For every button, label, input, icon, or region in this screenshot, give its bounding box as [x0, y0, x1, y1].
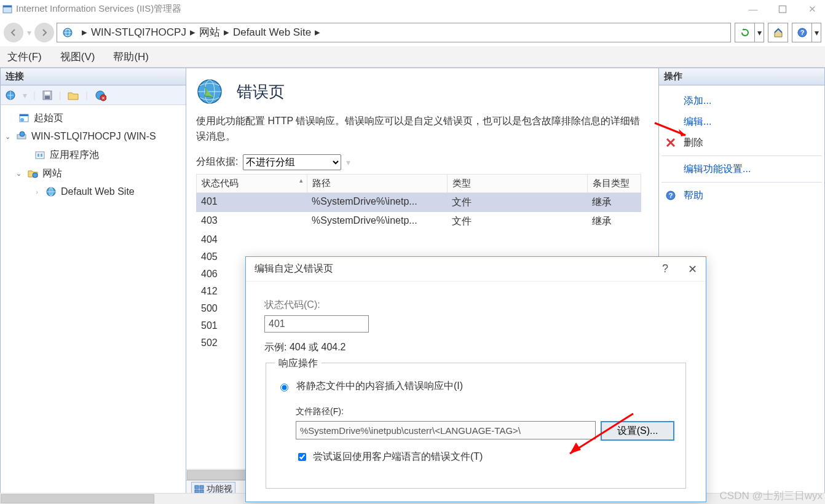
radio-static-file[interactable]: 将静态文件中的内容插入错误响应中(I) [277, 380, 674, 393]
globe-icon [45, 186, 57, 197]
svg-rect-33 [200, 490, 203, 493]
server-icon [15, 131, 28, 142]
status-code-input [264, 315, 369, 333]
settings-button[interactable]: 设置(S)... [601, 421, 674, 441]
window-title: Internet Information Services (IIS)管理器 [16, 3, 181, 15]
th-type[interactable]: 类型 [447, 174, 587, 193]
breadcrumb-item[interactable]: Default Web Site [233, 26, 311, 39]
nav-forward-button[interactable] [34, 23, 54, 42]
home-button[interactable] [768, 23, 788, 42]
connect-icon[interactable] [4, 89, 17, 101]
globe-icon [62, 27, 73, 38]
dialog-title: 编辑自定义错误页 [255, 262, 333, 275]
action-help[interactable]: ? 帮助 [661, 185, 822, 206]
breadcrumb-item[interactable]: WIN-STLQI7HOCPJ [91, 26, 186, 39]
titlebar: Internet Information Services (IIS)管理器 —… [0, 0, 825, 18]
tree-sites[interactable]: ⌄ 网站 [3, 164, 183, 183]
menu-bar: 文件(F) 视图(V) 帮助(H) [0, 46, 825, 68]
client-language-checkbox[interactable] [298, 453, 306, 461]
svg-point-24 [33, 173, 38, 178]
help-dropdown[interactable]: ▾ [812, 23, 821, 42]
radio-static-label: 将静态文件中的内容插入错误响应中(I) [296, 380, 463, 393]
svg-rect-11 [45, 92, 50, 95]
svg-rect-2 [780, 6, 786, 12]
filepath-label: 文件路径(F): [296, 406, 674, 417]
nav-back-dropdown[interactable]: ▾ [25, 28, 33, 37]
dialog-titlebar[interactable]: 编辑自定义错误页 ? ✕ [246, 257, 706, 282]
status-code-example: 示例: 404 或 404.2 [264, 341, 687, 354]
minimize-button[interactable]: — [746, 2, 760, 16]
refresh-dropdown[interactable]: ▾ [755, 23, 764, 42]
tree-label: Default Web Site [61, 186, 135, 197]
menu-view[interactable]: 视图(V) [60, 50, 95, 64]
svg-rect-17 [20, 114, 28, 116]
grouping-row: 分组依据: 不进行分组 ▾ [196, 154, 649, 170]
action-delete[interactable]: 删除 [661, 132, 822, 153]
tree-label: WIN-STLQI7HOCPJ (WIN-S [31, 131, 156, 142]
action-edit[interactable]: 编辑... [661, 111, 822, 132]
table-row[interactable]: 403 %SystemDrive%\inetp... 文件 继承 [196, 212, 642, 231]
breadcrumb-bar[interactable]: ▸ WIN-STLQI7HOCPJ ▸ 网站 ▸ Default Web Sit… [57, 23, 731, 42]
dialog-help-button[interactable]: ? [662, 262, 668, 276]
svg-rect-32 [195, 490, 199, 493]
tree-twisty-icon[interactable]: ⌄ [3, 133, 12, 141]
dialog-close-button[interactable]: ✕ [688, 262, 697, 276]
stop-icon[interactable]: ✕ [94, 89, 106, 101]
svg-rect-21 [36, 152, 44, 159]
response-fieldset: 响应操作 将静态文件中的内容插入错误响应中(I) 文件路径(F): 设置(S).… [266, 363, 686, 489]
actions-header: 操作 [659, 68, 824, 85]
action-feature-settings[interactable]: 编辑功能设置... [661, 159, 822, 179]
tree-twisty-icon[interactable]: ⌄ [14, 170, 23, 178]
th-path[interactable]: 路径 [307, 174, 447, 193]
svg-rect-12 [45, 96, 50, 99]
connections-toolbar: ▾ | | | ✕ [1, 85, 186, 105]
help-icon: ? [664, 190, 677, 201]
table-row[interactable]: 404 [196, 231, 642, 248]
maximize-button[interactable] [776, 2, 789, 16]
svg-text:?: ? [800, 29, 804, 36]
connections-tree[interactable]: 起始页 ⌄ WIN-STLQI7HOCPJ (WIN-S 应用程序池 ⌄ 网站 … [1, 105, 186, 205]
feature-description: 使用此功能配置 HTTP 错误响应。错误响应可以是自定义错误页，也可以是包含故障… [196, 114, 649, 144]
th-entry[interactable]: 条目类型 [587, 174, 641, 193]
save-icon[interactable] [42, 90, 53, 101]
connections-pane: 连接 ▾ | | | ✕ 起始页 ⌄ WIN-STLQI7HOCPJ (WIN-… [0, 68, 186, 498]
th-status[interactable]: 状态代码▴ [196, 174, 307, 193]
tree-default-site[interactable]: › Default Web Site [3, 183, 183, 201]
menu-help[interactable]: 帮助(H) [113, 50, 149, 64]
table-row[interactable]: 401 %SystemDrive%\inetp... 文件 继承 [196, 193, 642, 212]
watermark: CSDN @士别三日wyx [720, 489, 823, 503]
help-button[interactable]: ? [792, 23, 812, 42]
tree-label: 网站 [42, 167, 62, 180]
nav-back-button[interactable] [4, 23, 23, 42]
svg-rect-31 [200, 486, 203, 489]
tree-apppools[interactable]: 应用程序池 [3, 146, 183, 164]
breadcrumb-item[interactable]: 网站 [199, 25, 220, 39]
tree-label: 起始页 [34, 112, 63, 125]
client-language-checkbox-row[interactable]: 尝试返回使用客户端语言的错误文件(T) [296, 451, 674, 463]
connections-header: 连接 [1, 68, 186, 85]
feature-icon [196, 78, 223, 105]
svg-point-20 [20, 132, 25, 136]
menu-file[interactable]: 文件(F) [7, 50, 42, 64]
tree-start-page[interactable]: 起始页 [3, 109, 183, 127]
svg-rect-1 [3, 6, 12, 7]
action-add[interactable]: 添加... [661, 90, 822, 111]
address-row: ▾ ▸ WIN-STLQI7HOCPJ ▸ 网站 ▸ Default Web S… [0, 18, 825, 46]
tree-label: 应用程序池 [50, 149, 99, 162]
feature-title: 错误页 [237, 81, 285, 103]
filepath-input [296, 421, 596, 439]
tree-server-node[interactable]: ⌄ WIN-STLQI7HOCPJ (WIN-S [3, 127, 183, 146]
svg-rect-22 [38, 154, 39, 157]
status-code-label: 状态代码(C): [264, 299, 687, 312]
folder-icon[interactable] [67, 90, 79, 101]
client-language-label: 尝试返回使用客户端语言的错误文件(T) [313, 451, 483, 463]
apppools-icon [34, 149, 46, 160]
app-icon [2, 4, 12, 14]
tree-twisty-icon[interactable]: › [33, 188, 41, 195]
radio-static-input[interactable] [280, 384, 288, 392]
grouping-select[interactable]: 不进行分组 [243, 154, 341, 170]
refresh-button[interactable] [735, 23, 755, 42]
sites-icon [26, 168, 39, 179]
close-button[interactable]: ✕ [805, 2, 819, 16]
delete-icon [664, 137, 677, 148]
